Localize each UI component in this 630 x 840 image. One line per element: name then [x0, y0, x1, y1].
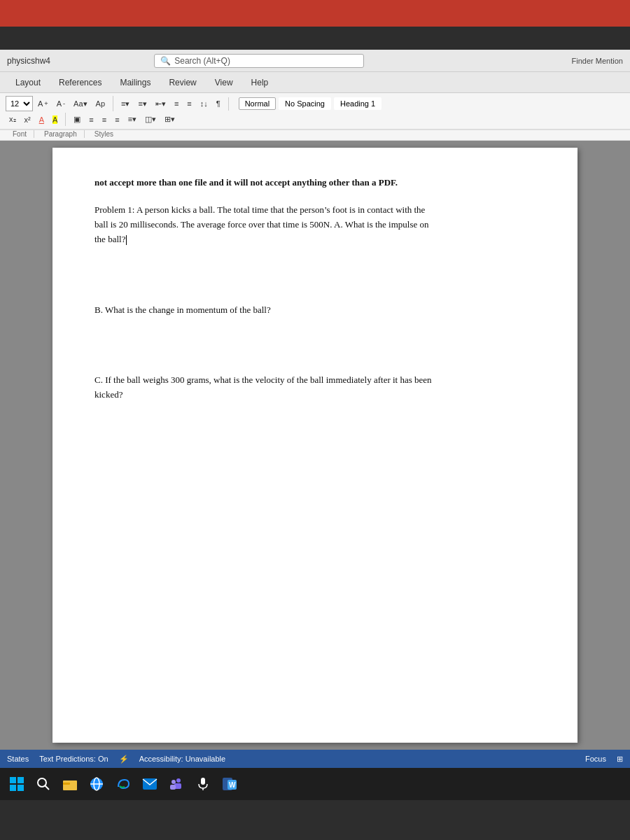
windows-icon[interactable]: [6, 773, 28, 795]
svg-text:W: W: [229, 781, 236, 789]
teams-icon[interactable]: [165, 773, 188, 795]
browser-icon[interactable]: [85, 773, 108, 795]
tab-review[interactable]: Review: [160, 74, 204, 91]
problem-1-section: Problem 1: A person kicks a ball. The to…: [94, 203, 536, 246]
font-grow-btn[interactable]: A+: [34, 97, 52, 110]
title-bar: physicshw4 🔍 Search (Alt+Q) Finder Menti…: [0, 50, 630, 72]
numbering-btn[interactable]: ≡▾: [134, 97, 150, 111]
svg-rect-15: [170, 785, 176, 790]
doc-page[interactable]: not accept more than one file and it wil…: [52, 148, 578, 743]
word-icon[interactable]: W: [218, 773, 241, 795]
font-shrink-btn[interactable]: A-: [53, 97, 69, 110]
title-bar-search[interactable]: 🔍 Search (Alt+Q): [154, 54, 364, 68]
align-center2-btn[interactable]: ≡: [99, 113, 110, 126]
status-bar: States Text Predictions: On ⚡ Accessibil…: [0, 750, 630, 768]
svg-rect-0: [10, 777, 16, 783]
font-size-select[interactable]: 12 10 14: [6, 96, 33, 111]
font-group-2: x₂ x² A A: [6, 113, 66, 126]
toolbar-row-2: x₂ x² A A ▣ ≡ ≡ ≡ ≡▾ ◫▾ ⊞▾: [6, 113, 624, 126]
svg-rect-2: [10, 785, 16, 791]
text-cursor: [126, 235, 127, 245]
accessibility-icon: ⚡: [119, 755, 129, 764]
problem1-line2: ball is 20 milliseconds. The average for…: [94, 218, 536, 232]
search-placeholder-text: Search (Alt+Q): [174, 56, 230, 66]
ribbon-toolbar: 12 10 14 A+ A- Aa▾ Ap ≡▾ ≡▾ ⇤▾ ≡ ≡ ↕↓ ¶: [0, 93, 630, 130]
svg-rect-1: [18, 777, 24, 783]
tab-layout[interactable]: Layout: [7, 74, 49, 91]
tab-mailings[interactable]: Mailings: [111, 74, 159, 91]
tab-help[interactable]: Help: [243, 74, 277, 91]
tab-references[interactable]: References: [50, 74, 110, 91]
paragraph-group-1: ≡▾ ≡▾ ⇤▾ ≡ ≡ ↕↓ ¶: [118, 97, 229, 111]
ribbon-labels: Font Paragraph Styles: [0, 130, 630, 141]
search-taskbar-icon[interactable]: [32, 773, 55, 795]
font-group: 12 10 14 A+ A- Aa▾ Ap: [6, 96, 113, 111]
svg-rect-16: [201, 778, 205, 785]
section-b-text: B. What is the change in momentum of the…: [94, 303, 536, 318]
view-mode-icon: ⊞: [617, 755, 623, 764]
svg-rect-6: [63, 780, 77, 790]
doc-line-1: not accept more than one file and it wil…: [94, 176, 536, 190]
search-icon: 🔍: [160, 56, 171, 66]
font-color-btn[interactable]: A: [36, 113, 48, 126]
svg-line-5: [45, 785, 49, 790]
paragraph-label: Paragraph: [37, 130, 85, 138]
focus-label[interactable]: Focus: [585, 755, 606, 763]
shading-btn[interactable]: ◫▾: [141, 113, 160, 126]
edge-icon[interactable]: [112, 773, 134, 795]
taskbar: W: [0, 768, 630, 800]
line-spacing-btn[interactable]: ≡▾: [125, 113, 140, 126]
svg-point-12: [176, 778, 181, 783]
border-btn[interactable]: ▣: [70, 113, 84, 126]
states-label: States: [7, 755, 29, 763]
font-style-btn[interactable]: Ap: [92, 97, 108, 110]
style-heading1-btn[interactable]: Heading 1: [334, 97, 382, 110]
style-normal-btn[interactable]: Normal: [239, 97, 276, 110]
table-btn[interactable]: ⊞▾: [161, 113, 178, 126]
text-predictions-label[interactable]: Text Predictions: On: [39, 755, 108, 763]
superscript-btn[interactable]: x²: [21, 113, 34, 126]
svg-point-14: [172, 780, 176, 784]
section-c-line1: C. If the ball weighs 300 grams, what is…: [94, 373, 536, 388]
font-label: Font: [6, 130, 34, 138]
indent-btn[interactable]: ⇤▾: [152, 97, 169, 111]
tab-view[interactable]: View: [206, 74, 241, 91]
finder-mention-btn[interactable]: Finder Mention: [572, 57, 623, 65]
toolbar-row-1: 12 10 14 A+ A- Aa▾ Ap ≡▾ ≡▾ ⇤▾ ≡ ≡ ↕↓ ¶: [6, 96, 624, 111]
subscript-btn[interactable]: x₂: [6, 113, 20, 126]
microphone-icon[interactable]: [192, 773, 214, 795]
ribbon-tabs: Layout References Mailings Review View H…: [0, 72, 630, 93]
document-title: physicshw4: [7, 56, 50, 66]
show-marks-btn[interactable]: ¶: [213, 97, 224, 110]
sort-btn[interactable]: ↕↓: [197, 97, 211, 110]
styles-area: Normal No Spacing Heading 1: [239, 97, 382, 110]
accessibility-label[interactable]: Accessibility: Unavailable: [139, 755, 226, 763]
problem1-line1: Problem 1: A person kicks a ball. The to…: [94, 203, 536, 218]
mail-icon[interactable]: [139, 773, 161, 795]
window-chrome: [0, 27, 630, 50]
title-bar-right: Finder Mention: [572, 57, 623, 65]
svg-rect-11: [143, 778, 157, 790]
highlight-btn[interactable]: A: [49, 113, 61, 126]
word-window: physicshw4 🔍 Search (Alt+Q) Finder Menti…: [0, 50, 630, 768]
align-center-btn[interactable]: ≡: [183, 97, 195, 110]
file-explorer-icon[interactable]: [59, 773, 81, 795]
paragraph-group-2: ▣ ≡ ≡ ≡ ≡▾ ◫▾ ⊞▾: [70, 113, 183, 126]
section-c: C. If the ball weighs 300 grams, what is…: [94, 373, 536, 402]
align-left-btn[interactable]: ≡: [171, 97, 182, 110]
section-c-line2: kicked?: [94, 388, 536, 402]
font-case-btn[interactable]: Aa▾: [70, 97, 90, 111]
styles-label: Styles: [88, 130, 120, 138]
svg-rect-3: [18, 785, 24, 791]
align-left2-btn[interactable]: ≡: [85, 113, 97, 126]
align-right-btn[interactable]: ≡: [111, 113, 122, 126]
bullets-btn[interactable]: ≡▾: [118, 97, 133, 111]
title-bar-left: physicshw4: [7, 56, 50, 66]
section-b: B. What is the change in momentum of the…: [94, 303, 536, 318]
doc-container[interactable]: not accept more than one file and it wil…: [0, 141, 630, 750]
style-no-spacing-btn[interactable]: No Spacing: [279, 97, 331, 110]
bottom-chrome: [0, 800, 630, 840]
svg-rect-7: [63, 783, 70, 785]
status-right: Focus ⊞: [585, 755, 623, 764]
problem1-line3: the ball?: [94, 232, 536, 247]
